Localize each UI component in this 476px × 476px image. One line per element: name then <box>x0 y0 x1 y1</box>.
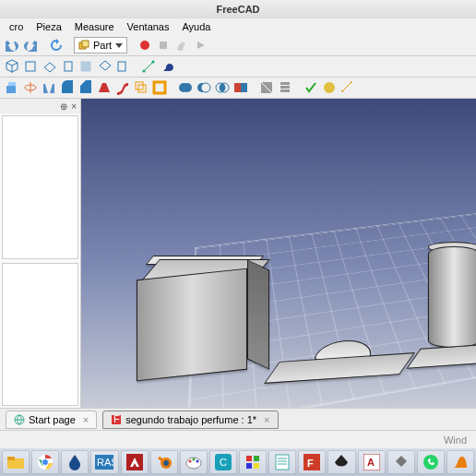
loft-icon[interactable] <box>96 79 113 96</box>
svg-rect-1 <box>82 41 89 47</box>
svg-point-9 <box>152 61 155 64</box>
boolean-common-icon[interactable] <box>214 79 231 96</box>
taskbar-waterdrop[interactable] <box>61 450 89 474</box>
property-view[interactable] <box>2 263 78 407</box>
taskbar-inkscape[interactable] <box>327 450 355 474</box>
svg-rect-49 <box>254 456 259 461</box>
model-clip-bracket[interactable] <box>275 329 404 394</box>
check-geometry-icon[interactable] <box>303 79 319 96</box>
sweep-icon[interactable] <box>114 79 131 96</box>
svg-rect-10 <box>6 86 16 93</box>
svg-rect-24 <box>241 83 247 92</box>
taskbar-notepad[interactable] <box>268 450 296 474</box>
taskbar-file-explorer[interactable] <box>2 450 30 474</box>
extrude-icon[interactable] <box>4 79 20 96</box>
model-container-box[interactable] <box>137 256 256 394</box>
view-left-icon[interactable] <box>114 58 131 75</box>
toolbar-part <box>0 77 476 99</box>
offset-icon[interactable] <box>133 79 149 96</box>
svg-rect-28 <box>280 89 290 92</box>
workbench-selector[interactable]: Part <box>74 37 127 54</box>
crosssections-icon[interactable] <box>277 79 293 96</box>
fillet-icon[interactable] <box>59 79 76 96</box>
view-iso-icon[interactable] <box>4 58 20 75</box>
3d-viewport[interactable] <box>81 99 476 408</box>
view-rear-icon[interactable] <box>77 58 94 75</box>
svg-rect-27 <box>280 86 290 89</box>
svg-text:F: F <box>113 414 120 424</box>
close-panel-icon[interactable]: × <box>71 101 77 112</box>
taskbar-freecad[interactable]: F <box>298 450 326 474</box>
taskbar-app-red[interactable] <box>121 450 149 474</box>
refresh-icon[interactable] <box>48 37 65 54</box>
menu-ayuda[interactable]: Ayuda <box>176 20 216 33</box>
svg-point-16 <box>183 83 192 92</box>
tab-close-icon[interactable]: × <box>83 414 89 425</box>
undo-icon[interactable] <box>4 37 20 54</box>
svg-rect-7 <box>118 62 125 71</box>
panel-header: ⊕ × <box>0 99 80 113</box>
taskbar-chrome[interactable] <box>31 450 59 474</box>
menu-macro[interactable]: cro <box>4 20 29 33</box>
svg-rect-34 <box>7 457 15 460</box>
os-taskbar: RAS C F A <box>0 448 476 476</box>
svg-text:RAS: RAS <box>97 457 113 468</box>
whatsthis-icon[interactable] <box>159 58 175 75</box>
taskbar-whatsapp[interactable] <box>417 450 445 474</box>
status-bar: Wind <box>0 430 476 448</box>
section-icon[interactable] <box>258 79 275 96</box>
svg-text:C: C <box>220 457 227 468</box>
workbench-label: Part <box>93 40 112 51</box>
redo-icon[interactable] <box>22 37 39 54</box>
taskbar-color-picker[interactable] <box>239 450 267 474</box>
boolean-cut-icon[interactable] <box>196 79 212 96</box>
taskbar-blender[interactable] <box>150 450 178 474</box>
model-tree-view[interactable] <box>2 115 78 259</box>
menu-measure[interactable]: Measure <box>69 20 120 33</box>
taskbar-ide[interactable]: RAS <box>90 450 118 474</box>
tab-start-page[interactable]: Start page × <box>6 411 97 429</box>
macro-edit-icon[interactable] <box>173 37 190 54</box>
menu-pieza[interactable]: Pieza <box>30 20 67 33</box>
mirror-icon[interactable] <box>41 79 57 96</box>
chamfer-icon[interactable] <box>77 79 94 96</box>
tab-document[interactable]: F segundo trabajo perfume : 1* × <box>102 411 278 429</box>
view-top-icon[interactable] <box>41 58 57 75</box>
taskbar-teal-app[interactable]: C <box>209 450 237 474</box>
taskbar-slicer[interactable] <box>446 450 474 474</box>
svg-text:A: A <box>367 457 375 468</box>
menu-ventanas[interactable]: Ventanas <box>122 20 175 33</box>
revolve-icon[interactable] <box>22 79 39 96</box>
freecad-doc-icon: F <box>111 414 122 425</box>
svg-rect-12 <box>136 82 143 89</box>
tab-close-icon[interactable]: × <box>264 414 269 425</box>
toolbar-workbench: Part <box>0 35 476 56</box>
svg-rect-13 <box>138 85 146 92</box>
side-panel: ⊕ × <box>0 99 81 408</box>
measure-linear-icon[interactable] <box>339 79 356 96</box>
thickness-icon[interactable] <box>151 79 168 96</box>
macro-stop-icon[interactable] <box>155 37 172 54</box>
appearance-icon[interactable] <box>321 79 338 96</box>
macro-play-icon[interactable] <box>192 37 208 54</box>
taskbar-paint[interactable] <box>180 450 208 474</box>
view-front-icon[interactable] <box>22 58 39 75</box>
toolbar-views <box>0 56 476 77</box>
svg-rect-3 <box>160 42 167 49</box>
model-cylinder-bottle[interactable] <box>422 237 476 366</box>
boolean-union-icon[interactable] <box>177 79 194 96</box>
part-workbench-icon <box>78 40 89 51</box>
svg-rect-23 <box>234 83 241 92</box>
view-right-icon[interactable] <box>59 58 76 75</box>
taskbar-autocad[interactable]: A <box>358 450 386 474</box>
main-area: ⊕ × <box>0 99 476 408</box>
measure-icon[interactable] <box>140 58 157 75</box>
taskbar-grey-app[interactable] <box>387 450 415 474</box>
svg-rect-6 <box>81 62 90 71</box>
boolean-fragments-icon[interactable] <box>232 79 249 96</box>
pin-icon[interactable]: ⊕ <box>60 101 67 112</box>
macro-record-icon[interactable] <box>137 37 153 54</box>
svg-rect-14 <box>154 82 165 93</box>
view-bottom-icon[interactable] <box>96 58 113 75</box>
svg-rect-52 <box>276 455 289 470</box>
